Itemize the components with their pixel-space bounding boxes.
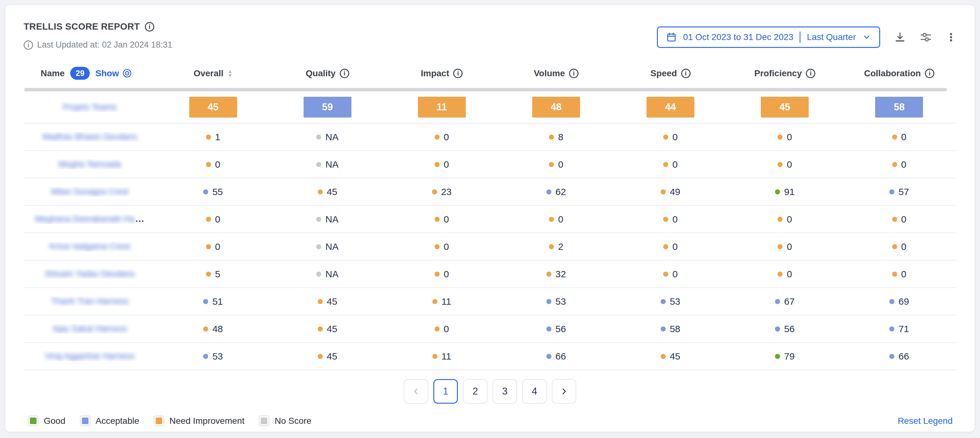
- date-range-button[interactable]: 01 Oct 2023 to 31 Dec 2023 Last Quarter: [657, 27, 880, 48]
- score-cell: 0: [385, 241, 499, 252]
- score-value: 0: [672, 132, 678, 142]
- score-level-dot: [775, 354, 780, 359]
- pagination-page-3[interactable]: 3: [493, 379, 517, 404]
- score-value: 0: [901, 269, 907, 279]
- row-name-link[interactable]: Thanh Tran Harness: [24, 296, 156, 306]
- page-title: TRELLIS SCORE REPORT: [24, 21, 140, 32]
- legend-item-acceptable[interactable]: Acceptable: [80, 416, 140, 426]
- score-value: 1: [215, 132, 220, 142]
- score-value: 48: [212, 323, 223, 334]
- row-name-link[interactable]: Meghana Deerakanath Ha...: [24, 214, 156, 224]
- chevron-down-icon: [862, 33, 871, 41]
- score-cell: 45: [270, 296, 385, 307]
- column-info-icon[interactable]: i: [806, 69, 815, 78]
- score-level-dot: [203, 190, 208, 194]
- column-info-icon[interactable]: i: [340, 69, 349, 78]
- table-row: Megha Tamvada0NA00000: [24, 151, 956, 178]
- row-name-link[interactable]: Megha Tamvada: [24, 159, 156, 169]
- score-level-dot: [206, 272, 211, 277]
- score-cell: 55: [156, 186, 270, 197]
- score-cell: 0: [728, 269, 842, 279]
- score-level-dot: [203, 354, 208, 359]
- row-name-link[interactable]: Krina Vadgama Crest: [24, 242, 156, 252]
- score-cell: 91: [728, 186, 842, 197]
- legend-item-need_improvement[interactable]: Need Improvement: [154, 416, 244, 426]
- pagination-prev-button[interactable]: [404, 379, 428, 404]
- score-level-dot: [663, 244, 668, 249]
- sort-icon[interactable]: ▲▼: [228, 69, 233, 78]
- column-info-icon[interactable]: i: [569, 69, 579, 78]
- report-info-icon[interactable]: i: [145, 22, 154, 32]
- filter-settings-icon[interactable]: [920, 31, 932, 43]
- score-value: 62: [555, 186, 566, 197]
- score-value: 11: [442, 296, 451, 307]
- reset-legend-link[interactable]: Reset Legend: [898, 416, 953, 426]
- score-value: 2: [558, 241, 563, 252]
- score-level-dot: [316, 272, 321, 277]
- column-info-icon[interactable]: i: [453, 69, 463, 78]
- score-legend: GoodAcceptableNeed ImprovementNo Score: [28, 416, 312, 426]
- row-name-link[interactable]: Milan Sonagra Crest: [24, 187, 156, 197]
- score-cell: 2: [499, 241, 613, 252]
- pagination-next-button[interactable]: [552, 379, 576, 404]
- score-level-dot: [318, 299, 323, 304]
- row-name-text: Thanh Tran Harness: [51, 296, 129, 306]
- score-level-dot: [778, 135, 783, 140]
- legend-swatch: [80, 416, 91, 426]
- score-level-dot: [206, 162, 211, 167]
- column-info-icon[interactable]: i: [681, 69, 690, 78]
- row-name-link[interactable]: Viraj Agganhar Harness: [24, 351, 156, 361]
- pagination-page-2[interactable]: 2: [463, 379, 487, 404]
- score-cell: 0: [842, 214, 956, 225]
- score-cell: NA: [270, 132, 385, 142]
- column-label: Proficiency: [754, 68, 802, 78]
- column-header-overall: Overall▲▼: [156, 68, 270, 78]
- score-value: NA: [325, 269, 339, 279]
- score-cell: 5: [156, 269, 270, 279]
- score-cell: 23: [385, 186, 499, 197]
- score-value: 11: [442, 351, 451, 362]
- score-level-dot: [661, 299, 666, 304]
- more-options-kebab-icon[interactable]: [946, 32, 956, 43]
- legend-item-no_score[interactable]: No Score: [259, 416, 312, 426]
- score-value: 0: [215, 214, 220, 225]
- show-names-toggle[interactable]: Show: [95, 68, 132, 78]
- column-header-proficiency: Proficiencyi: [728, 68, 842, 78]
- column-info-icon[interactable]: i: [925, 69, 934, 78]
- score-value: 53: [670, 296, 680, 307]
- score-cell: 0: [728, 132, 842, 142]
- score-value: 45: [327, 296, 337, 307]
- score-cell: 0: [385, 269, 499, 279]
- summary-score-cell: 58: [842, 97, 956, 118]
- row-name-link[interactable]: Projets Teams: [24, 102, 156, 112]
- horizontal-scrollbar[interactable]: [24, 88, 947, 91]
- score-value: 0: [787, 241, 792, 252]
- score-cell: 0: [385, 214, 499, 225]
- last-updated-info-icon[interactable]: i: [24, 40, 33, 50]
- score-badge: 59: [304, 97, 352, 118]
- score-level-dot: [892, 244, 897, 249]
- score-value: 0: [672, 241, 678, 252]
- legend-label: Need Improvement: [169, 416, 244, 426]
- score-cell: NA: [270, 214, 385, 225]
- card-header: TRELLIS SCORE REPORT i i Last Updated at…: [24, 5, 956, 50]
- legend-swatch-color: [156, 417, 162, 424]
- pagination-page-1[interactable]: 1: [433, 379, 458, 404]
- download-icon[interactable]: [894, 31, 906, 43]
- score-cell: 51: [156, 296, 270, 307]
- score-level-dot: [318, 354, 323, 359]
- pagination: 1234: [24, 379, 956, 404]
- score-value: 0: [787, 269, 792, 279]
- legend-item-good[interactable]: Good: [28, 416, 65, 426]
- row-name-text: Projets Teams: [63, 102, 117, 112]
- row-name-link[interactable]: Shivam Yadav Devdans: [24, 269, 156, 279]
- score-value: 55: [212, 186, 223, 197]
- row-name-link[interactable]: Madhav Bhasin Devdans: [24, 132, 156, 142]
- row-name-link[interactable]: Ajay Sakat Harness: [24, 324, 156, 334]
- score-cell: 0: [385, 323, 499, 334]
- score-level-dot: [775, 299, 780, 304]
- score-value: 0: [444, 323, 449, 334]
- pagination-page-4[interactable]: 4: [522, 379, 547, 404]
- column-label: Volume: [534, 68, 565, 78]
- legend-swatch-color: [82, 417, 89, 424]
